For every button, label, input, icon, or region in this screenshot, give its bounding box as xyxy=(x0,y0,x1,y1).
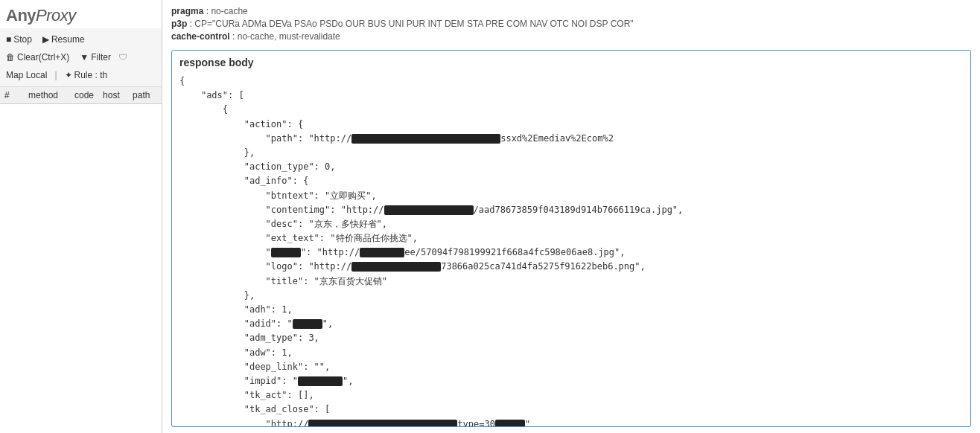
logo-proxy: Proxy xyxy=(36,6,76,25)
rule-label: Rule : th xyxy=(74,70,108,80)
map-local-label: Map Local xyxy=(6,70,47,80)
p3p-line: p3p : CP="CURa ADMa DEVa PSAo PSDo OUR B… xyxy=(171,19,971,29)
table-header-row: # method code host path xyxy=(0,87,162,104)
col-header-host: host xyxy=(98,87,128,104)
resume-button[interactable]: ▶ Resume xyxy=(39,33,88,46)
resume-icon: ▶ xyxy=(42,34,49,45)
toolbar-separator2: | xyxy=(54,70,57,80)
response-body-title: response body xyxy=(179,57,963,68)
stop-label: Stop xyxy=(13,34,32,45)
stop-button[interactable]: ■ Stop xyxy=(3,33,35,46)
clear-label: Clear(Ctrl+X) xyxy=(17,52,69,62)
resume-label: Resume xyxy=(51,34,85,45)
cache-control-value: no-cache, must-revalidate xyxy=(238,31,340,42)
p3p-value: CP="CURa ADMa DEVa PSAo PSDo OUR BUS UNI… xyxy=(194,19,633,29)
p3p-label: p3p xyxy=(171,19,187,29)
clear-button[interactable]: 🗑 Clear(Ctrl+X) xyxy=(3,51,72,64)
filter-button[interactable]: ▼ Filter xyxy=(77,51,114,64)
toolbar: ■ Stop ▶ Resume 🗑 Clear(Ctrl+X) ▼ Filter… xyxy=(0,28,162,87)
rule-icon: ✦ xyxy=(65,70,72,80)
col-header-id: # xyxy=(0,87,24,104)
response-meta: pragma : no-cache p3p : CP="CURa ADMa DE… xyxy=(171,6,971,44)
response-body-section: response body { "ads": [ { "action": { "… xyxy=(171,50,971,427)
filter-label: Filter xyxy=(91,52,111,62)
cache-control-line: cache-control : no-cache, must-revalidat… xyxy=(171,31,971,42)
app-logo: AnyProxy xyxy=(0,0,162,28)
stop-icon: ■ xyxy=(6,34,11,45)
filter-icon: ▼ xyxy=(80,52,89,62)
col-header-path: path xyxy=(128,87,162,104)
logo-any: Any xyxy=(6,6,36,25)
toolbar-separator: 🛡 xyxy=(118,52,127,62)
request-table: # method code host path xyxy=(0,87,162,433)
map-local-button[interactable]: Map Local xyxy=(3,68,50,82)
pragma-line: pragma : no-cache xyxy=(171,6,971,16)
right-panel: pragma : no-cache p3p : CP="CURa ADMa DE… xyxy=(162,0,980,433)
clear-icon: 🗑 xyxy=(6,52,15,62)
col-header-method: method xyxy=(24,87,70,104)
pragma-label: pragma xyxy=(171,6,203,16)
pragma-value: no-cache xyxy=(211,6,247,16)
response-body-content[interactable]: { "ads": [ { "action": { "path": "http:/… xyxy=(179,74,963,427)
rule-button[interactable]: ✦ Rule : th xyxy=(62,68,111,82)
cache-control-label: cache-control xyxy=(171,31,230,42)
col-header-code: code xyxy=(70,87,98,104)
